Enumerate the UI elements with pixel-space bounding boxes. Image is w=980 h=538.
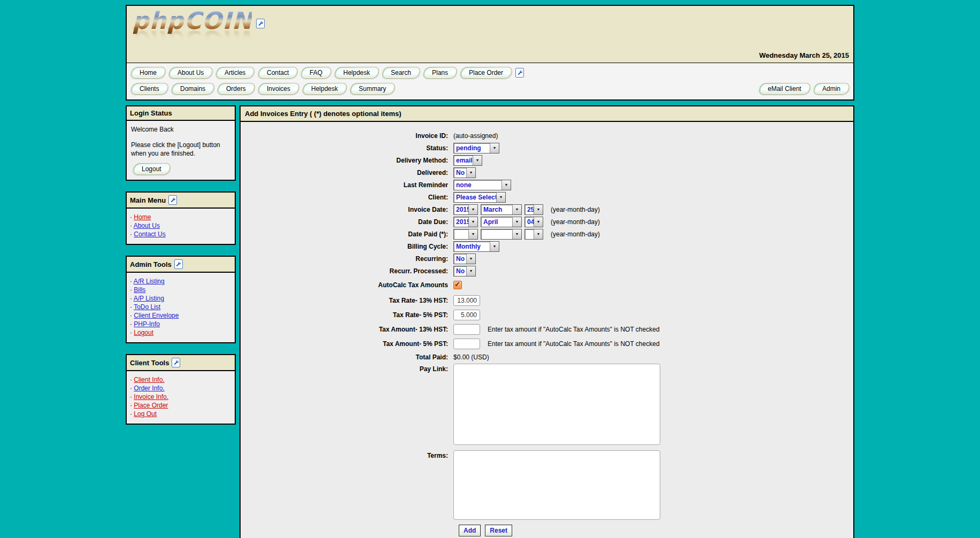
field-label: Tax Rate- 5% PST: xyxy=(241,311,453,319)
date-paid-day-select[interactable]: ▼ xyxy=(524,229,543,240)
link-client-info[interactable]: Client Info. xyxy=(134,376,164,383)
logout-button[interactable]: Logout xyxy=(132,163,171,175)
chevron-down-icon: ▼ xyxy=(512,217,521,227)
delivery-method-select[interactable]: email ▼ xyxy=(453,155,482,166)
nav-about-us[interactable]: About Us xyxy=(167,67,214,79)
nav-helpdesk-admin[interactable]: Helpdesk xyxy=(301,83,348,95)
list-item: A/P Listing xyxy=(130,295,232,302)
field-label: Tax Rate- 13% HST: xyxy=(241,297,453,304)
logo-reflection: phpCOIN xyxy=(132,27,252,51)
invoice-date-year-select[interactable]: 2015▼ xyxy=(453,204,478,215)
list-item: ToDo List xyxy=(130,303,232,311)
nav-orders[interactable]: Orders xyxy=(216,83,256,95)
chevron-down-icon: ▼ xyxy=(512,205,521,214)
logout-instruction: Please click the [Logout] button when yo… xyxy=(131,141,230,158)
wrench-icon[interactable] xyxy=(172,358,180,367)
link-contact-us[interactable]: Contact Us xyxy=(134,230,165,238)
nav-plans[interactable]: Plans xyxy=(422,67,458,79)
list-item: Home xyxy=(130,213,232,221)
date-format-note: (year-month-day) xyxy=(551,206,600,213)
link-place-order[interactable]: Place Order xyxy=(134,402,168,409)
add-button[interactable]: Add xyxy=(459,525,481,536)
reset-button[interactable]: Reset xyxy=(485,525,512,536)
wrench-icon[interactable] xyxy=(174,259,183,269)
list-item: Order Info. xyxy=(130,385,232,392)
status-select[interactable]: pending ▼ xyxy=(453,143,499,153)
client-select[interactable]: Please Select ▼ xyxy=(453,192,506,203)
nav-search[interactable]: Search xyxy=(381,67,421,79)
main-panel: Add Invoices Entry ( (*) denotes optiona… xyxy=(240,105,854,538)
field-label: AutoCalc Tax Amounts xyxy=(241,281,453,289)
autocalc-note: Enter tax amount if "AutoCalc Tax Amount… xyxy=(488,340,660,348)
nav-home[interactable]: Home xyxy=(129,67,167,79)
autocalc-checkbox[interactable] xyxy=(453,281,462,289)
nav-admin[interactable]: Admin xyxy=(812,83,851,95)
nav-domains[interactable]: Domains xyxy=(170,83,215,95)
nav-email-client[interactable]: eMail Client xyxy=(758,83,812,95)
recurr-processed-select[interactable]: No ▼ xyxy=(453,266,476,276)
field-label: Date Paid (*): xyxy=(241,230,453,238)
wrench-glyph xyxy=(174,360,179,365)
link-log-out[interactable]: Log Out xyxy=(134,410,157,418)
field-label: Billing Cycle: xyxy=(241,243,453,250)
nav-clients[interactable]: Clients xyxy=(129,83,169,95)
link-ar-listing[interactable]: A/R Listing xyxy=(134,278,165,285)
chevron-down-icon: ▼ xyxy=(512,229,521,239)
link-about-us[interactable]: About Us xyxy=(134,222,160,229)
link-home[interactable]: Home xyxy=(134,213,151,221)
link-ap-listing[interactable]: A/P Listing xyxy=(134,295,164,302)
recurring-select[interactable]: No ▼ xyxy=(453,253,476,264)
link-todo-list[interactable]: ToDo List xyxy=(134,303,160,311)
chevron-down-icon: ▼ xyxy=(496,193,505,202)
date-due-year-select[interactable]: 2015▼ xyxy=(453,217,478,227)
nav-place-order[interactable]: Place Order xyxy=(459,67,513,79)
link-client-envelope[interactable]: Client Envelope xyxy=(134,312,179,319)
nav-summary[interactable]: Summary xyxy=(349,83,396,95)
date-paid-month-select[interactable]: ▼ xyxy=(481,229,522,240)
nav-contact[interactable]: Contact xyxy=(257,67,299,79)
content: Login Status Welcome Back Please click t… xyxy=(126,105,854,538)
tax-rate-pst-input[interactable] xyxy=(453,310,480,320)
admin-tools-box: Admin Tools A/R Listing Bills A/P Listin… xyxy=(126,256,236,343)
invoice-form: Invoice ID: (auto-assigned) Status: pend… xyxy=(241,122,853,538)
field-label: Status: xyxy=(241,144,453,152)
nav-row-2: Clients Domains Orders Invoices Helpdesk… xyxy=(131,83,849,95)
billing-cycle-select[interactable]: Monthly ▼ xyxy=(453,241,499,252)
nav-invoices[interactable]: Invoices xyxy=(257,83,300,95)
main-menu-box: Main Menu Home About Us Contact Us xyxy=(126,191,236,245)
link-php-info[interactable]: PHP-Info xyxy=(134,320,160,328)
nav-helpdesk[interactable]: Helpdesk xyxy=(333,67,380,79)
wrench-icon[interactable] xyxy=(515,68,524,78)
date-format-note: (year-month-day) xyxy=(551,218,600,226)
link-bills[interactable]: Bills xyxy=(134,286,145,294)
chevron-down-icon: ▼ xyxy=(466,168,475,178)
invoice-date-day-select[interactable]: 25▼ xyxy=(524,204,543,215)
wrench-icon[interactable] xyxy=(256,19,265,28)
tax-rate-hst-input[interactable] xyxy=(453,295,480,306)
terms-textarea[interactable] xyxy=(453,450,660,520)
row-invoice-date: Invoice Date: 2015▼ March▼ 25▼ (year-mon… xyxy=(241,203,853,216)
pay-link-textarea[interactable] xyxy=(453,364,660,445)
field-label: Tax Amount- 5% PST: xyxy=(241,340,453,348)
field-label: Last Reminder xyxy=(241,181,453,189)
date-due-month-select[interactable]: April▼ xyxy=(481,217,522,227)
date-paid-year-select[interactable]: ▼ xyxy=(453,229,478,240)
logo: phpCOIN phpCOIN xyxy=(132,9,265,51)
field-label: Recurring: xyxy=(241,255,453,263)
chevron-down-icon: ▼ xyxy=(473,156,482,165)
last-reminder-select[interactable]: none ▼ xyxy=(453,180,511,190)
client-tools-list: Client Info. Order Info. Invoice Info. P… xyxy=(130,376,232,418)
tax-amount-pst-input[interactable] xyxy=(453,339,480,349)
tax-amount-hst-input[interactable] xyxy=(453,324,480,335)
wrench-icon[interactable] xyxy=(168,195,177,205)
link-order-info[interactable]: Order Info. xyxy=(134,385,164,392)
delivered-select[interactable]: No ▼ xyxy=(453,167,476,178)
invoice-date-month-select[interactable]: March▼ xyxy=(481,204,522,215)
date-due-day-select[interactable]: 04▼ xyxy=(524,217,543,227)
nav-articles[interactable]: Articles xyxy=(215,67,256,79)
nav-faq[interactable]: FAQ xyxy=(299,67,333,79)
link-invoice-info[interactable]: Invoice Info. xyxy=(134,393,168,401)
chevron-down-icon: ▼ xyxy=(534,205,543,214)
row-tax-rate-hst: Tax Rate- 13% HST: xyxy=(241,293,853,308)
link-logout[interactable]: Logout xyxy=(134,329,153,336)
